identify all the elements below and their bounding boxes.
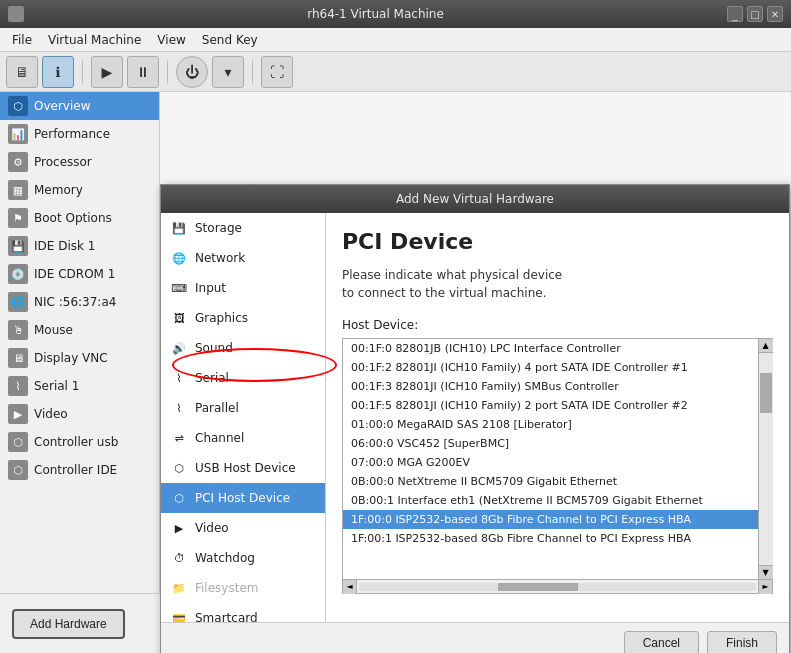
device-item-1[interactable]: 00:1F:2 82801JI (ICH10 Family) 4 port SA… [343,358,758,377]
sidebar-item-processor[interactable]: ⚙ Processor [0,148,159,176]
device-item-5[interactable]: 06:00:0 VSC452 [SuperBMC] [343,434,758,453]
menu-file[interactable]: File [4,31,40,49]
sidebar-label-performance: Performance [34,127,110,141]
hscroll-thumb[interactable] [498,583,578,591]
overview-icon: ⬡ [8,96,28,116]
device-item-8[interactable]: 0B:00:1 Interface eth1 (NetXtreme II BCM… [343,491,758,510]
sidebar-item-cdrom[interactable]: 💿 IDE CDROM 1 [0,260,159,288]
main-area: ⬡ Overview 📊 Performance ⚙ Processor ▦ M… [0,92,791,653]
sidebar-label-memory: Memory [34,183,83,197]
dialog-title: Add New Virtual Hardware [396,192,554,206]
hw-item-video[interactable]: ▶ Video [161,513,325,543]
hscroll-right-btn[interactable]: ► [758,580,772,594]
toolbar-play-btn[interactable]: ▶ [91,56,123,88]
memory-icon: ▦ [8,180,28,200]
hw-item-smartcard[interactable]: 💳 Smartcard [161,603,325,622]
device-item-4[interactable]: 01:00:0 MegaRAID SAS 2108 [Liberator] [343,415,758,434]
hw-item-storage[interactable]: 💾 Storage [161,213,325,243]
watchdog-icon: ⏱ [169,548,189,568]
add-hardware-dialog: Add New Virtual Hardware 💾 Storage 🌐 Net… [160,184,790,653]
hw-item-parallel[interactable]: ⌇ Parallel [161,393,325,423]
hw-item-graphics[interactable]: 🖼 Graphics [161,303,325,333]
menu-bar: File Virtual Machine View Send Key [0,28,791,52]
sidebar-label-nic: NIC :56:37:a4 [34,295,116,309]
sidebar-label-overview: Overview [34,99,91,113]
device-item-6[interactable]: 07:00:0 MGA G200EV [343,453,758,472]
sidebar-item-video[interactable]: ▶ Video [0,400,159,428]
smartcard-icon: 💳 [169,608,189,622]
hw-item-serial[interactable]: ⌇ Serial [161,363,325,393]
hw-type-list: 💾 Storage 🌐 Network ⌨ Input 🖼 Graphics 🔊 [161,213,326,622]
sidebar-item-controller-ide[interactable]: ⬡ Controller IDE [0,456,159,484]
hw-item-sound[interactable]: 🔊 Sound [161,333,325,363]
cdrom-icon: 💿 [8,264,28,284]
disk-icon: 💾 [8,236,28,256]
sidebar-label-cdrom: IDE CDROM 1 [34,267,115,281]
hw-item-filesystem: 📁 Filesystem [161,573,325,603]
menu-send-key[interactable]: Send Key [194,31,266,49]
sidebar-item-display[interactable]: 🖥 Display VNC [0,344,159,372]
window-controls[interactable]: _ □ ✕ [727,6,783,22]
sidebar-item-controller-usb[interactable]: ⬡ Controller usb [0,428,159,456]
hw-item-network[interactable]: 🌐 Network [161,243,325,273]
hw-item-watchdog[interactable]: ⏱ Watchdog [161,543,325,573]
toolbar-info-btn[interactable]: ℹ [42,56,74,88]
filesystem-icon: 📁 [169,578,189,598]
device-item-7[interactable]: 0B:00:0 NetXtreme II BCM5709 Gigabit Eth… [343,472,758,491]
host-device-label: Host Device: [342,318,773,332]
device-list[interactable]: 00:1F:0 82801JB (ICH10) LPC Interface Co… [343,339,758,579]
sidebar-item-performance[interactable]: 📊 Performance [0,120,159,148]
sidebar-label-ide: Controller IDE [34,463,117,477]
maximize-button[interactable]: □ [747,6,763,22]
dialog-finish-button[interactable]: Finish [707,631,777,653]
sidebar-item-overview[interactable]: ⬡ Overview [0,92,159,120]
toolbar-power-arrow[interactable]: ▾ [212,56,244,88]
window-title: rh64-1 Virtual Machine [24,7,727,21]
dialog-content: 💾 Storage 🌐 Network ⌨ Input 🖼 Graphics 🔊 [161,213,789,622]
performance-icon: 📊 [8,124,28,144]
hw-item-input[interactable]: ⌨ Input [161,273,325,303]
sidebar-item-serial[interactable]: ⌇ Serial 1 [0,372,159,400]
app-icon [8,6,24,22]
title-bar: rh64-1 Virtual Machine _ □ ✕ [0,0,791,28]
sidebar-label-usb: Controller usb [34,435,118,449]
close-button[interactable]: ✕ [767,6,783,22]
menu-view[interactable]: View [149,31,193,49]
minimize-button[interactable]: _ [727,6,743,22]
display-icon: 🖥 [8,348,28,368]
pci-panel-title: PCI Device [342,229,773,254]
hw-item-usb-host[interactable]: ⬡ USB Host Device [161,453,325,483]
scroll-up-btn[interactable]: ▲ [759,339,773,353]
toolbar-separator-1 [82,60,83,84]
boot-icon: ⚑ [8,208,28,228]
hw-item-pci-host[interactable]: ⬡ PCI Host Device [161,483,325,513]
menu-virtual-machine[interactable]: Virtual Machine [40,31,149,49]
usb-icon: ⬡ [8,432,28,452]
sidebar-item-nic[interactable]: 🌐 NIC :56:37:a4 [0,288,159,316]
processor-icon: ⚙ [8,152,28,172]
toolbar-separator-2 [167,60,168,84]
scroll-down-btn[interactable]: ▼ [759,565,773,579]
sidebar-item-memory[interactable]: ▦ Memory [0,176,159,204]
hw-item-channel[interactable]: ⇌ Channel [161,423,325,453]
sidebar: ⬡ Overview 📊 Performance ⚙ Processor ▦ M… [0,92,160,653]
toolbar-fullscreen-btn[interactable]: ⛶ [261,56,293,88]
toolbar-pause-btn[interactable]: ⏸ [127,56,159,88]
sidebar-item-ide-disk[interactable]: 💾 IDE Disk 1 [0,232,159,260]
pci-host-icon: ⬡ [169,488,189,508]
device-item-0[interactable]: 00:1F:0 82801JB (ICH10) LPC Interface Co… [343,339,758,358]
scroll-thumb[interactable] [760,373,772,413]
hscroll-left-btn[interactable]: ◄ [343,580,357,594]
device-item-10[interactable]: 1F:00:1 ISP2532-based 8Gb Fibre Channel … [343,529,758,548]
device-item-3[interactable]: 00:1F:5 82801JI (ICH10 Family) 2 port SA… [343,396,758,415]
toolbar-separator-3 [252,60,253,84]
sidebar-item-mouse[interactable]: 🖱 Mouse [0,316,159,344]
device-item-9[interactable]: 1F:00:0 ISP2532-based 8Gb Fibre Channel … [343,510,758,529]
toolbar-monitor-btn[interactable]: 🖥 [6,56,38,88]
pci-device-panel: PCI Device Please indicate what physical… [326,213,789,622]
add-hardware-button[interactable]: Add Hardware [12,609,125,639]
dialog-cancel-button[interactable]: Cancel [624,631,699,653]
sidebar-item-boot-options[interactable]: ⚑ Boot Options [0,204,159,232]
toolbar-power-btn[interactable]: ⏻ [176,56,208,88]
device-item-2[interactable]: 00:1F:3 82801JI (ICH10 Family) SMBus Con… [343,377,758,396]
